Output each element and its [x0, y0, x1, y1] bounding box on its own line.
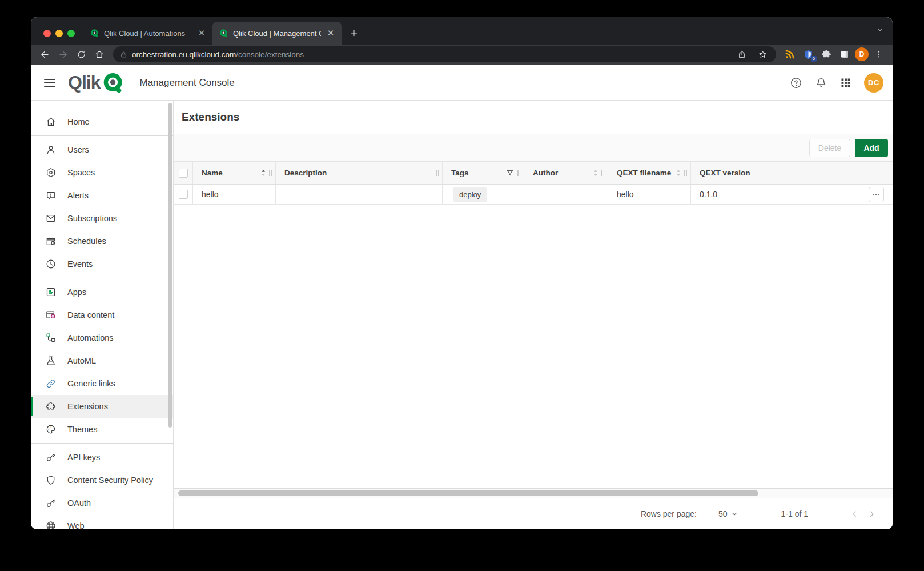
next-page-chevron-icon[interactable]: [863, 509, 880, 519]
sidebar-item-data-content[interactable]: Data content: [31, 304, 173, 326]
sidebar-item-themes[interactable]: Themes: [31, 418, 173, 441]
column-resize-handle[interactable]: [517, 170, 520, 176]
extensions-puzzle-icon[interactable]: [818, 46, 834, 62]
sidebar-item-web[interactable]: Web: [31, 514, 173, 529]
header-name[interactable]: Name: [193, 162, 276, 184]
subscriptions-envelope-icon: [45, 212, 57, 225]
column-resize-handle[interactable]: [269, 170, 272, 176]
previous-page-chevron-icon[interactable]: [846, 509, 863, 519]
home-icon: [45, 115, 57, 128]
tab-automations[interactable]: Qlik Cloud | Automations ✕: [83, 22, 212, 45]
sidebar-divider: [31, 135, 173, 136]
tab-search-chevron-icon[interactable]: [875, 25, 885, 34]
sidebar-item-subscriptions[interactable]: Subscriptions: [31, 207, 173, 230]
column-resize-handle[interactable]: [601, 170, 604, 176]
users-icon: [45, 143, 57, 156]
action-toolbar: Delete Add: [174, 134, 893, 162]
tab-title: Qlik Cloud | Management Cons: [233, 29, 321, 38]
header-author[interactable]: Author: [524, 162, 608, 184]
sort-icon[interactable]: [593, 169, 598, 177]
window-controls: [43, 30, 75, 37]
header-description[interactable]: Description: [276, 162, 443, 184]
tab-strip: Qlik Cloud | Automations ✕ Qlik Cloud | …: [31, 17, 893, 45]
maximize-window-button[interactable]: [67, 30, 75, 37]
password-manager-extension-icon[interactable]: 6: [800, 46, 816, 62]
sidebar-item-alerts[interactable]: Alerts: [31, 184, 173, 207]
add-button[interactable]: Add: [855, 139, 888, 157]
automl-flask-icon: [45, 354, 57, 367]
sidebar-item-events[interactable]: Events: [31, 253, 173, 275]
side-panel-icon[interactable]: [837, 46, 853, 62]
url-path: /console/extensions: [236, 50, 304, 59]
apps-icon: [45, 286, 57, 298]
rows-per-page-select[interactable]: 50: [718, 509, 738, 518]
cell-qext-version: 0.1.0: [700, 190, 717, 199]
sidebar-item-generic-links[interactable]: Generic links: [31, 372, 173, 395]
sidebar-item-extensions[interactable]: Extensions: [31, 395, 173, 418]
delete-button[interactable]: Delete: [809, 139, 850, 157]
row-checkbox[interactable]: [179, 190, 188, 199]
header-qext-filename[interactable]: QEXT filename: [608, 162, 691, 184]
reload-icon[interactable]: [73, 46, 89, 62]
new-tab-button[interactable]: [346, 25, 362, 41]
home-icon[interactable]: [91, 46, 107, 62]
bookmark-star-icon[interactable]: [754, 46, 770, 62]
column-resize-handle[interactable]: [684, 170, 687, 176]
header-actions-cell: [859, 162, 893, 184]
minimize-window-button[interactable]: [55, 30, 63, 37]
cell-name: hello: [202, 190, 219, 199]
column-resize-handle[interactable]: [436, 170, 439, 176]
lock-icon[interactable]: [120, 51, 127, 58]
row-menu-ellipsis-icon[interactable]: [869, 187, 884, 202]
data-content-icon: [45, 309, 57, 321]
sidebar-item-api-keys[interactable]: API keys: [31, 446, 173, 469]
browser-profile-avatar[interactable]: D: [855, 47, 869, 61]
page-title: Extensions: [182, 111, 239, 123]
horizontal-scrollbar-thumb[interactable]: [178, 490, 758, 496]
forward-icon[interactable]: [55, 46, 71, 62]
header-tags[interactable]: Tags: [443, 162, 524, 184]
sidebar-item-automl[interactable]: AutoML: [31, 349, 173, 372]
page-title-band: Extensions: [174, 101, 893, 134]
rss-extension-icon[interactable]: [782, 46, 798, 62]
address-bar[interactable]: orchestration.eu.qlikcloud.com/console/e…: [113, 46, 776, 62]
table-header-row: Name Description Tags: [174, 162, 893, 185]
notifications-bell-icon[interactable]: [815, 77, 827, 89]
chevron-down-icon: [731, 510, 738, 517]
sort-icon[interactable]: [676, 169, 681, 177]
sidebar-item-apps[interactable]: Apps: [31, 281, 173, 304]
sidebar-divider: [31, 443, 173, 444]
select-all-checkbox[interactable]: [179, 169, 188, 178]
qlik-logo-text: Qlik: [68, 72, 100, 93]
tab-close-icon[interactable]: ✕: [196, 28, 207, 38]
qlik-favicon: [90, 29, 99, 38]
sidebar-item-automations[interactable]: Automations: [31, 326, 173, 349]
rows-per-page-value: 50: [718, 509, 728, 518]
filter-funnel-icon[interactable]: [506, 169, 514, 177]
tab-management-console[interactable]: Qlik Cloud | Management Cons ✕: [212, 22, 342, 45]
tab-close-icon[interactable]: ✕: [326, 28, 336, 38]
pagination-bar: Rows per page: 50 1-1 of 1: [174, 498, 893, 529]
browser-menu-kebab-icon[interactable]: [871, 46, 887, 62]
sidebar-item-content-security-policy[interactable]: Content Security Policy: [31, 469, 173, 492]
share-icon[interactable]: [734, 46, 750, 62]
close-window-button[interactable]: [43, 30, 51, 37]
row-checkbox-cell: [174, 185, 193, 204]
table-row[interactable]: hello deploy hello 0.1.0: [174, 185, 893, 205]
user-avatar[interactable]: DC: [864, 73, 883, 93]
sidebar-item-oauth[interactable]: OAuth: [31, 492, 173, 514]
sidebar-item-schedules[interactable]: Schedules: [31, 230, 173, 253]
back-icon[interactable]: [37, 46, 53, 62]
hamburger-menu-icon[interactable]: [44, 79, 55, 87]
header-qext-version[interactable]: QEXT version: [691, 162, 859, 184]
sidebar-scrollbar[interactable]: [168, 103, 172, 428]
sidebar: Home Users Spaces Alerts Subscriptions: [31, 101, 174, 529]
sidebar-item-spaces[interactable]: Spaces: [31, 161, 173, 184]
help-icon[interactable]: [790, 77, 802, 89]
qlik-logo-q-mark: [102, 71, 126, 95]
header-checkbox-cell: [174, 162, 193, 184]
sidebar-item-users[interactable]: Users: [31, 138, 173, 161]
sort-ascending-icon[interactable]: [261, 169, 266, 177]
app-launcher-waffle-icon[interactable]: [840, 77, 851, 89]
sidebar-item-home[interactable]: Home: [31, 110, 173, 133]
